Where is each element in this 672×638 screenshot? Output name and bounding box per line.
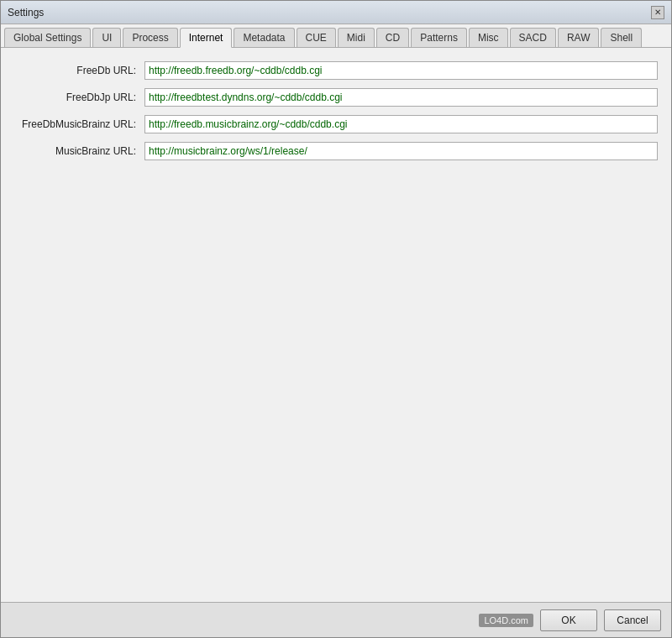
- tab-patterns[interactable]: Patterns: [411, 28, 467, 47]
- footer: LO4D.com OK Cancel: [1, 602, 671, 637]
- input-musicbrainz-url[interactable]: [144, 142, 658, 160]
- window-title: Settings: [8, 7, 44, 18]
- input-freedbmusicbrainz-url[interactable]: [144, 115, 658, 133]
- form-row-musicbrainz-url: MusicBrainz URL:: [14, 142, 658, 160]
- title-bar: Settings ✕: [1, 1, 671, 24]
- close-button[interactable]: ✕: [651, 6, 664, 19]
- cancel-button[interactable]: Cancel: [604, 609, 661, 631]
- settings-window: Settings ✕ Global SettingsUIProcessInter…: [0, 0, 672, 638]
- input-freedb-url[interactable]: [144, 61, 658, 80]
- watermark: LO4D.com: [479, 614, 533, 627]
- tab-bar: Global SettingsUIProcessInternetMetadata…: [1, 24, 671, 48]
- tab-sacd[interactable]: SACD: [510, 28, 556, 47]
- tab-global-settings[interactable]: Global Settings: [4, 28, 91, 47]
- content-area: FreeDb URL:FreeDbJp URL:FreeDbMusicBrain…: [1, 48, 671, 602]
- tab-metadata[interactable]: Metadata: [234, 28, 294, 47]
- tab-misc[interactable]: Misc: [469, 28, 508, 47]
- tab-midi[interactable]: Midi: [338, 28, 375, 47]
- input-freedbjp-url[interactable]: [144, 88, 658, 107]
- tab-process[interactable]: Process: [123, 28, 177, 47]
- label-freedb-url: FreeDb URL:: [14, 65, 144, 76]
- label-freedbmusicbrainz-url: FreeDbMusicBrainz URL:: [14, 118, 144, 130]
- form-row-freedb-url: FreeDb URL:: [14, 61, 658, 80]
- tab-shell[interactable]: Shell: [601, 28, 642, 47]
- form-row-freedbjp-url: FreeDbJp URL:: [14, 88, 658, 107]
- tab-cd[interactable]: CD: [376, 28, 409, 47]
- tab-cue[interactable]: CUE: [297, 28, 336, 47]
- label-freedbjp-url: FreeDbJp URL:: [14, 92, 144, 103]
- form-row-freedbmusicbrainz-url: FreeDbMusicBrainz URL:: [14, 115, 658, 133]
- tab-raw[interactable]: RAW: [558, 28, 600, 47]
- tab-internet[interactable]: Internet: [180, 28, 233, 48]
- tab-ui[interactable]: UI: [92, 28, 121, 47]
- ok-button[interactable]: OK: [540, 609, 597, 631]
- label-musicbrainz-url: MusicBrainz URL:: [14, 145, 144, 157]
